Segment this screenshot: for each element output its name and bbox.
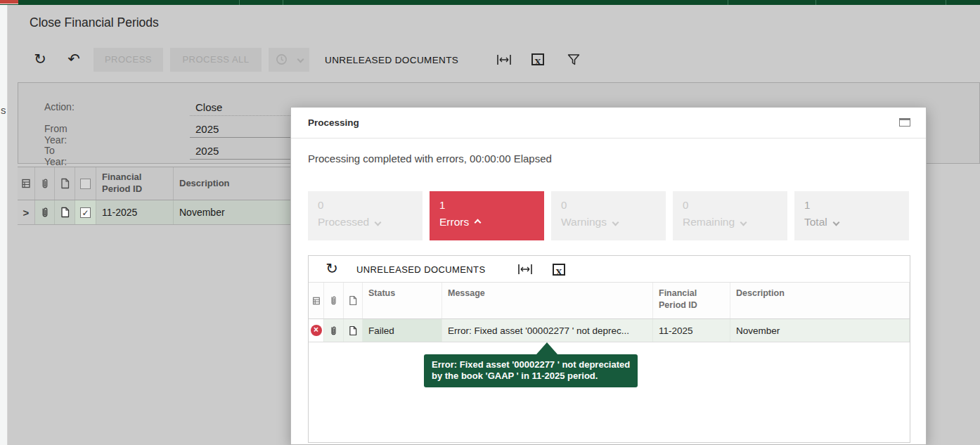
divider (291, 138, 926, 138)
tile-errors[interactable]: 1 Errors (430, 191, 544, 240)
tab-divider (283, 0, 283, 5)
tile-total[interactable]: 1 Total (794, 191, 909, 240)
page-title: Close Financial Periods (30, 15, 159, 30)
cell-message[interactable]: Error: Fixed asset '00002277 ' not depre… (442, 319, 653, 342)
row-checkbox[interactable]: ✓ (75, 200, 96, 224)
results-grid-toolbar: ↻ UNRELEASED DOCUMENTS X (309, 256, 910, 283)
chevron-down-icon (297, 56, 304, 63)
column-header-financial-period-id[interactable]: Financial Period ID (653, 283, 730, 318)
cell-status[interactable]: Failed (363, 319, 442, 342)
results-table-header: Status Message Financial Period ID Descr… (309, 283, 910, 319)
attachment-icon[interactable] (35, 200, 55, 224)
file-icon[interactable] (55, 200, 75, 224)
status-tiles: 0 Processed 1 Errors 0 Warnings 0 Remain… (308, 191, 909, 240)
file-column-icon (55, 167, 75, 200)
tab-divider (239, 0, 240, 5)
browser-logo-fragment (0, 0, 18, 4)
clock-icon (276, 53, 288, 65)
cell-description[interactable]: November (730, 319, 910, 342)
browser-top-strip (0, 0, 980, 5)
unreleased-documents-button[interactable]: UNRELEASED DOCUMENTS (356, 264, 486, 275)
file-column-icon (344, 283, 363, 318)
row-selector-icon: > (23, 207, 30, 219)
results-grid: ↻ UNRELEASED DOCUMENTS X Status Message … (308, 255, 910, 443)
attachment-icon[interactable] (324, 319, 344, 342)
from-year-label: From Year: (44, 123, 67, 146)
column-header-message[interactable]: Message (442, 283, 653, 318)
collapsed-sidebar[interactable]: s (0, 5, 8, 445)
table-row[interactable]: × Failed Error: Fixed asset '00002277 ' … (309, 319, 910, 342)
chevron-down-icon (375, 219, 382, 226)
sidebar-text-fragment: s (1, 104, 6, 116)
export-excel-icon[interactable]: X (531, 53, 544, 65)
error-tooltip: Error: Fixed asset '00002277 ' not depre… (424, 354, 638, 387)
dialog-title: Processing (308, 117, 359, 128)
tooltip-arrow (536, 342, 557, 354)
chevron-down-icon (612, 219, 619, 226)
column-header-financial-period-id[interactable]: Financial Period ID (96, 167, 174, 200)
unreleased-documents-button[interactable]: UNRELEASED DOCUMENTS (325, 55, 458, 65)
process-all-button[interactable]: PROCESS ALL (170, 48, 262, 72)
action-label: Action: (44, 101, 75, 112)
select-all-checkbox[interactable] (75, 167, 96, 200)
refresh-icon[interactable]: ↻ (323, 260, 341, 278)
column-header-description[interactable]: Description (730, 283, 910, 318)
process-button[interactable]: PROCESS (94, 48, 163, 72)
cell-financial-period-id[interactable]: 11-2025 (96, 200, 174, 224)
maximize-icon[interactable] (899, 118, 910, 127)
export-excel-icon[interactable]: X (553, 264, 565, 276)
error-status-icon: × (311, 325, 322, 336)
tooltip-line-2: by the book 'GAAP ' in 11-2025 period. (432, 370, 630, 382)
file-icon[interactable] (344, 319, 363, 342)
refresh-icon[interactable]: ↻ (31, 51, 49, 69)
attachment-column-icon (324, 283, 344, 318)
column-header-status[interactable]: Status (363, 283, 442, 318)
notes-column-icon (18, 167, 35, 200)
tab-divider (728, 0, 728, 5)
chevron-down-icon (832, 219, 839, 226)
tile-processed[interactable]: 0 Processed (308, 191, 423, 240)
undo-icon[interactable]: ↶ (65, 51, 83, 69)
schedule-button[interactable] (269, 48, 309, 72)
chevron-down-icon (740, 219, 747, 226)
tile-warnings[interactable]: 0 Warnings (551, 191, 666, 240)
fit-width-icon[interactable] (496, 53, 512, 66)
fit-width-icon[interactable] (517, 263, 533, 276)
processing-dialog: Processing Processing completed with err… (290, 107, 927, 445)
chevron-up-icon (475, 219, 482, 226)
tile-remaining[interactable]: 0 Remaining (673, 191, 787, 240)
tab-divider (946, 0, 946, 5)
tooltip-line-1: Error: Fixed asset '00002277 ' not depre… (432, 359, 630, 370)
processing-status-message: Processing completed with errors, 00:00:… (308, 153, 552, 165)
cell-financial-period-id[interactable]: 11-2025 (653, 319, 730, 342)
to-year-label: To Year: (44, 145, 67, 167)
attachment-column-icon (35, 167, 55, 200)
filter-icon[interactable] (567, 53, 581, 66)
tab-divider (815, 0, 816, 5)
notes-column-icon (309, 283, 324, 318)
